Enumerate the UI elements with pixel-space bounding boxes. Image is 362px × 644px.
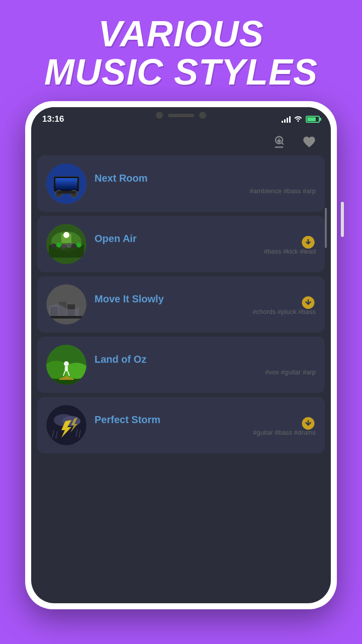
svg-point-13 — [66, 243, 71, 248]
svg-rect-23 — [49, 316, 84, 318]
phone-mockup: 13:16 — [25, 101, 337, 609]
svg-point-12 — [61, 244, 66, 249]
track-title: Move It Slowly — [95, 293, 316, 305]
track-perfect-storm[interactable]: Perfect Storm #guitar #bass #drums — [37, 397, 325, 453]
track-tags: #chords #pluck #bass — [95, 308, 316, 315]
download-action-icon[interactable] — [268, 131, 290, 152]
track-title: Perfect Storm — [95, 414, 316, 426]
side-button — [341, 202, 344, 237]
svg-point-10 — [51, 244, 56, 249]
svg-point-17 — [63, 232, 69, 238]
track-tags: #bass #kick #lead — [95, 248, 316, 255]
svg-point-15 — [76, 243, 81, 248]
track-land-of-oz[interactable]: Land of Oz #vox #guitar #arp — [37, 337, 325, 393]
track-tags: #vox #guitar #arp — [95, 368, 316, 376]
album-art-move-it-slowly — [46, 284, 86, 325]
svg-rect-29 — [65, 366, 68, 371]
camera-dot-2 — [199, 112, 206, 119]
action-icons — [31, 128, 331, 157]
scrollbar — [325, 208, 327, 248]
camera-dot — [156, 112, 163, 119]
header-title: VARIOUS MUSIC STYLES — [44, 15, 318, 91]
phone-screen: 13:16 — [31, 107, 331, 603]
track-info-perfect-storm: Perfect Storm #guitar #bass #drums — [95, 414, 316, 436]
svg-point-14 — [71, 244, 76, 249]
music-list: Next Room #ambience #bass #arp — [31, 153, 331, 603]
notch — [141, 107, 221, 123]
battery-icon — [306, 116, 320, 123]
status-icons — [282, 115, 320, 124]
heart-action-icon[interactable] — [299, 131, 320, 152]
download-icon-open-air[interactable] — [301, 235, 316, 254]
svg-point-11 — [56, 243, 61, 248]
album-art-next-room — [46, 164, 86, 204]
header-line1: VARIOUS — [98, 14, 264, 54]
track-info-land-of-oz: Land of Oz #vox #guitar #arp — [95, 354, 316, 376]
status-bar: 13:16 — [31, 107, 331, 128]
track-move-it-slowly[interactable]: Move It Slowly #chords #pluck #bass — [37, 276, 325, 333]
wifi-icon — [294, 115, 303, 124]
album-art-open-air — [46, 224, 86, 264]
download-icon-move-it-slowly[interactable] — [301, 295, 316, 314]
track-title: Land of Oz — [95, 354, 316, 365]
track-tags: #guitar #bass #drums — [95, 429, 316, 436]
action-bar: ✕ — [31, 128, 331, 153]
track-info-next-room: Next Room #ambience #bass #arp — [95, 173, 316, 195]
signal-icon — [282, 116, 291, 123]
header-section: VARIOUS MUSIC STYLES — [44, 0, 318, 101]
album-art-perfect-storm — [46, 405, 86, 445]
status-time: 13:16 — [42, 114, 64, 124]
track-title: Open Air — [95, 233, 316, 245]
svg-point-28 — [64, 361, 69, 366]
album-art-land-of-oz — [46, 345, 86, 385]
track-tags: #ambience #bass #arp — [95, 187, 316, 195]
track-title: Next Room — [95, 173, 316, 184]
track-info-open-air: Open Air #bass #kick #lead — [95, 233, 316, 255]
svg-rect-3 — [55, 178, 77, 190]
speaker-bar — [168, 114, 194, 117]
track-info-move-it-slowly: Move It Slowly #chords #pluck #bass — [95, 293, 316, 315]
page-wrapper: VARIOUS MUSIC STYLES 13:16 — [0, 0, 362, 644]
header-line2: MUSIC STYLES — [44, 52, 318, 92]
track-open-air[interactable]: Open Air #bass #kick #lead — [37, 216, 325, 272]
track-next-room[interactable]: Next Room #ambience #bass #arp — [37, 155, 325, 212]
download-icon-perfect-storm[interactable] — [301, 416, 316, 435]
svg-rect-6 — [57, 191, 75, 194]
